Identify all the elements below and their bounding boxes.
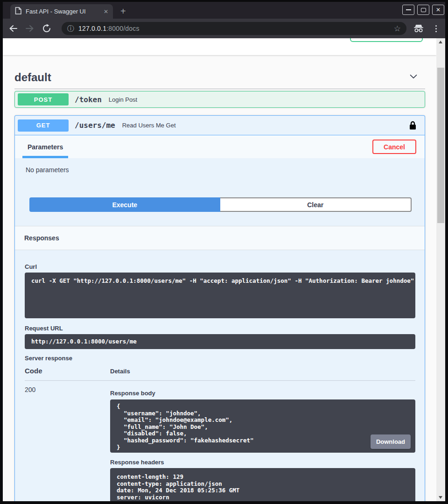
tag-section-header[interactable]: default	[14, 69, 425, 86]
code-column-header: Code	[25, 367, 110, 375]
responses-section-header: Responses	[15, 226, 425, 250]
maximize-button[interactable]	[417, 5, 429, 15]
auth-lock-icon[interactable]	[409, 121, 416, 130]
get-summary: Read Users Me Get	[122, 122, 176, 129]
scheme-container	[3, 38, 436, 55]
download-button[interactable]: Download	[371, 434, 411, 449]
post-path: /token	[75, 95, 102, 104]
close-window-button[interactable]: ✕	[432, 5, 444, 15]
execute-wrapper: Execute Clear	[29, 197, 412, 212]
response-details: Response body { "username": "johndoe", "…	[110, 386, 415, 501]
scroll-down-icon[interactable]	[439, 496, 442, 499]
forward-icon[interactable]	[25, 24, 35, 33]
authorize-button[interactable]	[350, 38, 423, 42]
reload-icon[interactable]	[42, 24, 51, 33]
address-bar[interactable]: ⓘ 127.0.0.1:8000/docs ☆	[62, 22, 406, 35]
bookmark-star-icon[interactable]: ☆	[394, 24, 401, 34]
opblock-get-users-me: GET /users/me Read Users Me Get Para	[14, 115, 425, 501]
tag-title: default	[14, 71, 51, 84]
chevron-down-icon[interactable]	[408, 71, 419, 84]
no-parameters-text: No parameters	[26, 166, 412, 174]
operation-tabbar: Parameters Cancel	[15, 135, 425, 158]
active-tab-underline	[22, 156, 68, 158]
scrollbar-thumb[interactable]	[437, 68, 444, 223]
responses-body: Curl curl -X GET "http://127.0.0.1:8000/…	[15, 250, 425, 501]
status-code: 200	[25, 386, 110, 501]
response-body-json[interactable]: { "username": "johndoe", "email": "johnd…	[110, 399, 415, 453]
responses-title: Responses	[24, 234, 59, 242]
tab-close-icon[interactable]: ✕	[104, 8, 108, 15]
parameters-tab-label: Parameters	[28, 143, 63, 151]
response-headers-label: Response headers	[110, 459, 415, 466]
request-url-value[interactable]: http://127.0.0.1:8000/users/me	[25, 334, 415, 349]
api-operations: default POST /token Login Post GET /user…	[14, 69, 425, 501]
tab-parameters[interactable]: Parameters	[22, 135, 68, 158]
response-table-header: Code Details	[25, 367, 415, 381]
new-tab-button[interactable]: +	[120, 7, 126, 16]
parameters-body: No parameters Execute Clear	[15, 158, 425, 226]
cancel-button[interactable]: Cancel	[372, 140, 416, 154]
incognito-icon	[413, 24, 424, 33]
browser-toolbar: ⓘ 127.0.0.1:8000/docs ☆	[3, 19, 445, 38]
url-text[interactable]: 127.0.0.1:8000/docs	[78, 25, 140, 32]
clear-button[interactable]: Clear	[220, 197, 412, 212]
server-response-label: Server response	[25, 355, 415, 362]
response-headers-value[interactable]: content-length: 129 content-type: applic…	[110, 468, 415, 501]
request-url-label: Request URL	[25, 325, 415, 332]
curl-label: Curl	[25, 263, 415, 271]
swagger-page: default POST /token Login Post GET /user…	[3, 38, 436, 501]
response-row: 200 Response body { "username": "johndoe…	[25, 381, 415, 501]
back-icon[interactable]	[8, 24, 18, 33]
get-opblock-header[interactable]: GET /users/me Read Users Me Get	[15, 116, 425, 135]
get-method-badge: GET	[18, 119, 69, 132]
page-scrollbar[interactable]	[436, 38, 445, 501]
browser-tab[interactable]: Fast API - Swagger UI ✕	[10, 4, 113, 19]
browser-window: Fast API - Swagger UI ✕ + ✕ ⓘ 127.0.0.1:…	[0, 0, 448, 504]
response-body-wrap: { "username": "johndoe", "email": "johnd…	[110, 399, 415, 453]
browser-titlebar: Fast API - Swagger UI ✕ + ✕	[3, 2, 445, 19]
curl-command[interactable]: curl -X GET "http://127.0.0.1:8000/users…	[25, 273, 415, 318]
site-info-icon[interactable]: ⓘ	[67, 24, 74, 33]
browser-menu-icon[interactable]	[433, 24, 440, 33]
response-body-label: Response body	[110, 390, 415, 397]
post-summary: Login Post	[109, 96, 137, 103]
scroll-up-icon[interactable]	[439, 41, 442, 43]
get-path: /users/me	[75, 121, 115, 130]
section-divider	[14, 89, 425, 89]
page-favicon-icon	[15, 7, 21, 16]
opblock-post-token[interactable]: POST /token Login Post	[14, 91, 425, 108]
post-method-badge: POST	[18, 93, 69, 105]
minimize-button[interactable]	[402, 5, 414, 15]
page-viewport: default POST /token Login Post GET /user…	[3, 38, 445, 501]
window-controls: ✕	[402, 5, 444, 15]
details-column-header: Details	[110, 367, 415, 375]
tab-title: Fast API - Swagger UI	[26, 8, 100, 15]
execute-button[interactable]: Execute	[29, 197, 220, 212]
